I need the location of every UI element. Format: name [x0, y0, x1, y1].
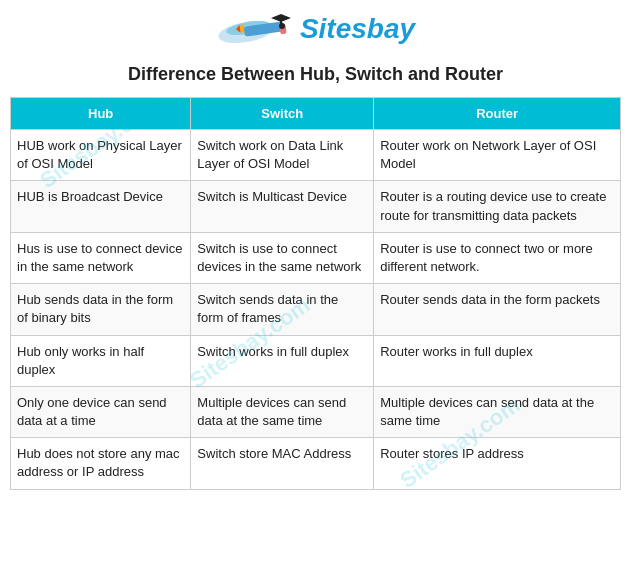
cell-router-4: Router works in full duplex: [374, 335, 621, 386]
cell-switch-5: Multiple devices can send data at the sa…: [191, 386, 374, 437]
comparison-table: Hub Switch Router HUB work on Physical L…: [10, 97, 621, 490]
table-row: Hus is use to connect device in the same…: [11, 232, 621, 283]
cell-hub-1: HUB is Broadcast Device: [11, 181, 191, 232]
cell-router-2: Router is use to connect two or more dif…: [374, 232, 621, 283]
cell-router-1: Router is a routing device use to create…: [374, 181, 621, 232]
cell-switch-0: Switch work on Data Link Layer of OSI Mo…: [191, 130, 374, 181]
cell-hub-5: Only one device can send data at a time: [11, 386, 191, 437]
cell-hub-4: Hub only works in half duplex: [11, 335, 191, 386]
cell-switch-2: Switch is use to connect devices in the …: [191, 232, 374, 283]
col-header-router: Router: [374, 98, 621, 130]
pencil-icon: [216, 10, 296, 48]
table-row: Hub does not store any mac address or IP…: [11, 438, 621, 489]
logo-area: Sitesbay: [10, 10, 621, 52]
cell-hub-3: Hub sends data in the form of binary bit…: [11, 284, 191, 335]
cell-switch-6: Switch store MAC Address: [191, 438, 374, 489]
page-title: Difference Between Hub, Switch and Route…: [10, 64, 621, 85]
cell-router-0: Router work on Network Layer of OSI Mode…: [374, 130, 621, 181]
cell-router-6: Router stores IP address: [374, 438, 621, 489]
cell-hub-0: HUB work on Physical Layer of OSI Model: [11, 130, 191, 181]
col-header-hub: Hub: [11, 98, 191, 130]
cell-hub-6: Hub does not store any mac address or IP…: [11, 438, 191, 489]
cell-switch-4: Switch works in full duplex: [191, 335, 374, 386]
cell-router-5: Multiple devices can send data at the sa…: [374, 386, 621, 437]
col-header-switch: Switch: [191, 98, 374, 130]
cell-hub-2: Hus is use to connect device in the same…: [11, 232, 191, 283]
logo-text: Sitesbay: [300, 13, 415, 45]
svg-point-8: [279, 23, 285, 29]
table-row: Only one device can send data at a timeM…: [11, 386, 621, 437]
table-row: Hub only works in half duplexSwitch work…: [11, 335, 621, 386]
table-row: Hub sends data in the form of binary bit…: [11, 284, 621, 335]
table-row: HUB work on Physical Layer of OSI ModelS…: [11, 130, 621, 181]
table-row: HUB is Broadcast DeviceSwitch is Multica…: [11, 181, 621, 232]
cell-switch-3: Switch sends data in the form of frames: [191, 284, 374, 335]
cell-switch-1: Switch is Multicast Device: [191, 181, 374, 232]
cell-router-3: Router sends data in the form packets: [374, 284, 621, 335]
